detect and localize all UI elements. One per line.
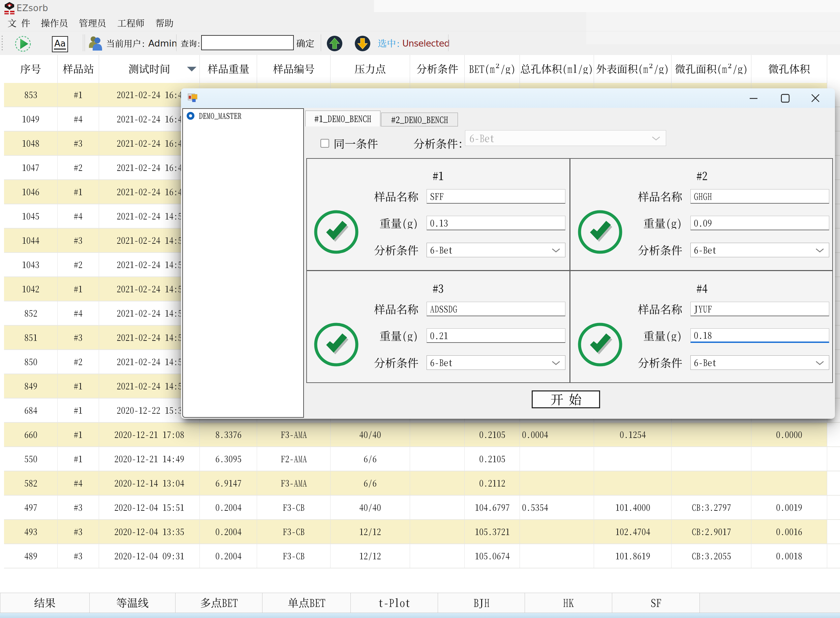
bottom-tab-7[interactable]: SF (612, 593, 700, 613)
cell: 0.1254 (594, 423, 671, 447)
search-label-text: 查询: (181, 39, 201, 48)
bottom-tab-2[interactable]: 多点BET (176, 593, 262, 613)
start-button[interactable]: 开始 (532, 391, 600, 408)
sample-name-label-text: 样品名称 (638, 191, 682, 202)
move-up-button[interactable] (326, 36, 343, 53)
minimize-button[interactable] (742, 88, 765, 108)
menu-item-admin[interactable]: 管理员 (79, 15, 106, 31)
table-row[interactable]: 550#12020-12-21 14:496.3095F2-AMA6/60.21… (0, 447, 840, 471)
cell: 101.8619 (594, 544, 671, 569)
dialog-titlebar[interactable] (181, 88, 835, 108)
master-list-item[interactable]: DEMO_MASTER (187, 112, 241, 120)
cell-text: 1049 (22, 114, 39, 123)
cell (520, 544, 594, 569)
cell (520, 520, 594, 544)
column-header[interactable]: 样品站 (58, 55, 99, 83)
cell: 102.4704 (594, 520, 671, 544)
condition-select[interactable]: 6-Bet (690, 243, 829, 257)
master-list-panel: DEMO_MASTER (182, 108, 304, 418)
confirm-button[interactable]: 确定 (296, 31, 314, 55)
cell-text: 6.9147 (215, 479, 241, 487)
tab-2-demo-bench[interactable]: #2_DEMO_BENCH (381, 113, 458, 126)
sample-name-label-text: 样品名称 (374, 191, 418, 202)
table-row[interactable]: 660#12020-12-21 17:088.3376F3-AMA40/400.… (0, 423, 840, 447)
column-header[interactable]: 总孔体积(ml/g) (520, 55, 594, 83)
radio-selected-icon (187, 112, 194, 120)
menu-item-file[interactable]: 文 件 (7, 15, 30, 31)
condition-value: 6-Bet (430, 245, 453, 254)
analysis-condition-select[interactable]: 6-Bet (465, 130, 666, 146)
close-button[interactable] (804, 88, 827, 108)
condition-value: 6-Bet (694, 245, 717, 254)
weight-input[interactable]: 0.13 (427, 216, 565, 230)
cell: #1 (58, 374, 99, 398)
menu-item-help[interactable]: 帮助 (156, 15, 173, 31)
move-down-button[interactable] (354, 36, 370, 53)
menu-item-engineer[interactable]: 工程师 (117, 15, 145, 31)
column-header[interactable]: 测试时间 (99, 55, 200, 83)
menu-item-operator[interactable]: 操作员 (41, 15, 68, 31)
table-row[interactable]: 493#32020-12-04 13:350.2004F3-CB12/12105… (0, 520, 840, 544)
condition-select[interactable]: 6-Bet (690, 355, 829, 370)
column-header[interactable]: 分析条件 (410, 55, 465, 83)
condition-select[interactable]: 6-Bet (427, 243, 565, 257)
bottom-tab-6[interactable]: HK (525, 593, 612, 613)
toolbar-separator (176, 34, 176, 51)
cell: F3-AMA (257, 423, 330, 447)
weight-input[interactable]: 0.18 (690, 328, 829, 343)
condition-select[interactable]: 6-Bet (427, 355, 565, 370)
same-condition-checkbox[interactable] (320, 139, 329, 148)
sample-name-input[interactable]: ADSSDG (427, 302, 565, 316)
bottom-tab-0[interactable]: 结果 (0, 593, 90, 613)
column-header-label: 总孔体积(ml/g) (520, 64, 593, 74)
table-row[interactable]: 582#42020-12-14 13:046.9147F3-AMA6/60.21… (0, 471, 840, 496)
sample-name-input[interactable]: GHGH (690, 189, 829, 204)
analysis-condition-value: 6-Bet (470, 133, 495, 143)
menu-item-label: 操作员 (41, 19, 68, 28)
cell-text: 660 (24, 430, 37, 439)
column-header[interactable]: 微孔体积 (751, 55, 827, 83)
cell-text: F2-AMA (281, 455, 307, 463)
table-row[interactable]: 497#32020-12-04 15:510.2004F3-CB40/40104… (0, 496, 840, 520)
analysis-condition-label-text: 分析条件： (413, 138, 469, 149)
cell-text: 0.5354 (522, 503, 548, 512)
font-button[interactable]: Aa (52, 36, 68, 52)
bottom-tab-label: 等温线 (116, 597, 148, 608)
cell: 2020-12-04 13:35 (99, 520, 200, 544)
bottom-tab-4[interactable]: t-Plot (351, 593, 438, 613)
weight-label: 重量(g) (601, 216, 682, 230)
selected-label-text: 选中: (378, 39, 401, 48)
cell-text: #1 (74, 455, 83, 463)
column-header[interactable]: BET(m²/g) (465, 55, 520, 83)
cell-text: 0.2105 (479, 455, 505, 463)
sort-desc-icon[interactable] (187, 67, 197, 73)
font-button-glyph: Aa (54, 39, 66, 49)
tab-1-demo-bench[interactable]: #1_DEMO_BENCH (305, 111, 381, 126)
column-header-filler (827, 55, 840, 83)
search-input[interactable] (201, 35, 294, 50)
bottom-tab-5[interactable]: BJH (438, 593, 525, 613)
maximize-button[interactable] (773, 88, 797, 108)
sample-name-input[interactable]: JYUF (690, 302, 829, 316)
column-header[interactable]: 样品编号 (257, 55, 330, 83)
cell-text: 2021-02-24 14:5 (117, 309, 182, 318)
cell-text: F3-CB (283, 551, 305, 560)
column-header[interactable]: 外表面积(m²/g) (594, 55, 671, 83)
column-header-label: 分析条件 (416, 64, 458, 74)
column-header[interactable]: 压力点 (330, 55, 410, 83)
cell: F2-AMA (257, 447, 330, 471)
column-header[interactable]: 序号 (4, 55, 58, 83)
column-header[interactable]: 样品重量 (200, 55, 257, 83)
sample-name-input[interactable]: SFF (427, 189, 565, 204)
run-button[interactable] (15, 36, 31, 53)
cell: #3 (58, 229, 99, 253)
weight-input[interactable]: 0.21 (427, 328, 565, 343)
bottom-tab-1[interactable]: 等温线 (90, 593, 176, 613)
toolbar-grip[interactable] (2, 36, 3, 51)
column-header[interactable]: 微孔面积(m²/g) (671, 55, 751, 83)
table-row[interactable]: 489#32020-12-04 09:310.2004F3-CB12/12105… (0, 544, 840, 569)
cell-text: 1042 (22, 285, 39, 293)
column-header-label: 微孔面积(m²/g) (675, 64, 748, 74)
bottom-tab-3[interactable]: 单点BET (262, 593, 351, 613)
weight-input[interactable]: 0.09 (690, 216, 829, 230)
